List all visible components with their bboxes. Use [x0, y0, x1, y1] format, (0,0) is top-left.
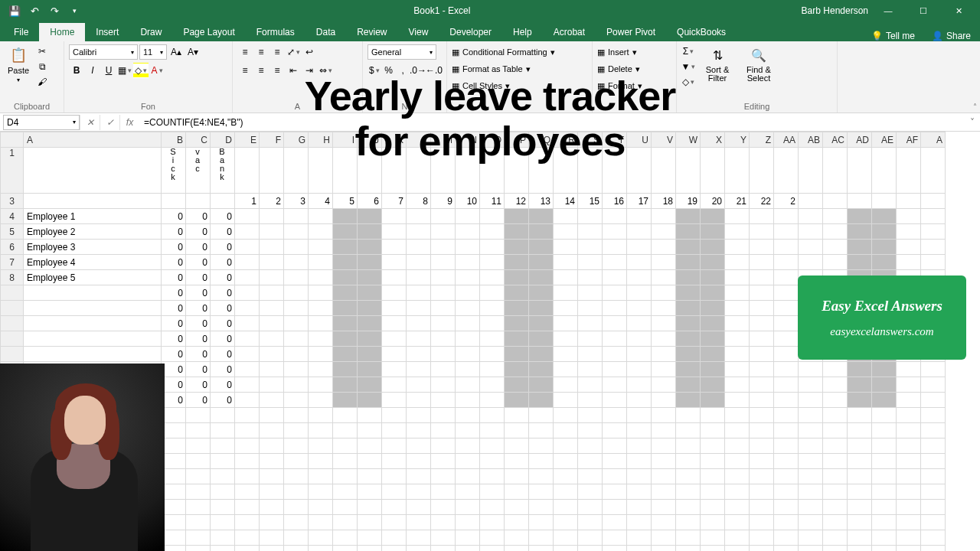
comma-format-icon[interactable]: , [396, 63, 410, 78]
copy-icon[interactable]: ⧉ [35, 60, 49, 73]
tab-developer[interactable]: Developer [439, 23, 502, 41]
format-painter-icon[interactable]: 🖌 [35, 75, 49, 89]
col-header[interactable]: AF [897, 132, 921, 148]
col-header[interactable]: T [603, 132, 627, 148]
font-color-button[interactable]: A [149, 63, 165, 78]
sort-filter-button[interactable]: ⇅ Sort & Filter [698, 44, 737, 84]
name-box[interactable]: D4▾ [3, 115, 80, 130]
delete-cells-button[interactable]: ▦Delete ▾ [597, 61, 671, 77]
row-header[interactable]: 7 [1, 255, 24, 270]
bold-button[interactable]: B [69, 63, 84, 78]
col-header[interactable]: G [284, 132, 309, 148]
col-header[interactable]: AC [823, 132, 848, 148]
increase-font-icon[interactable]: A▴ [168, 44, 184, 60]
find-select-button[interactable]: 🔍 Find & Select [740, 44, 778, 84]
col-header[interactable]: D [211, 132, 235, 148]
row-header[interactable]: 4 [1, 209, 24, 224]
col-header[interactable]: J [358, 132, 382, 148]
col-header[interactable]: N [456, 132, 480, 148]
tab-file[interactable]: File [3, 23, 39, 41]
align-right-icon[interactable]: ≡ [270, 63, 285, 78]
align-top-icon[interactable]: ≡ [237, 44, 253, 60]
undo-icon[interactable]: ↶ [26, 2, 43, 19]
align-middle-icon[interactable]: ≡ [253, 44, 269, 60]
formula-input[interactable] [139, 115, 965, 130]
fill-color-button[interactable]: ◇ [133, 63, 149, 78]
fx-icon[interactable]: fx [119, 115, 139, 130]
share-button[interactable]: 👤Share [923, 31, 980, 41]
col-header[interactable]: E [235, 132, 260, 148]
tab-help[interactable]: Help [502, 23, 543, 41]
italic-button[interactable]: I [85, 63, 100, 78]
tab-home[interactable]: Home [39, 23, 85, 41]
increase-decimal-icon[interactable]: .0→ [410, 63, 426, 78]
col-header[interactable]: A [24, 132, 162, 148]
cancel-formula-icon[interactable]: ✕ [80, 115, 100, 130]
row-header[interactable] [1, 301, 24, 316]
format-cells-button[interactable]: ▦Format ▾ [597, 78, 671, 93]
enter-formula-icon[interactable]: ✓ [100, 115, 119, 130]
save-icon[interactable]: 💾 [6, 2, 23, 19]
decrease-indent-icon[interactable]: ⇤ [286, 63, 301, 78]
collapse-ribbon-icon[interactable]: ˄ [973, 103, 977, 111]
col-header[interactable]: U [627, 132, 652, 148]
col-header[interactable]: Z [750, 132, 774, 148]
row-header[interactable] [1, 347, 24, 362]
col-header[interactable]: H [309, 132, 333, 148]
col-header[interactable]: Y [725, 132, 750, 148]
row-header[interactable] [1, 285, 24, 301]
col-header[interactable]: AD [848, 132, 872, 148]
col-header[interactable]: V [652, 132, 676, 148]
tell-me[interactable]: 💡Tell me [864, 31, 923, 41]
employee-name[interactable]: Employee 5 [24, 270, 162, 285]
row-header[interactable]: 5 [1, 224, 24, 240]
tab-quickbooks[interactable]: QuickBooks [666, 23, 737, 41]
tab-review[interactable]: Review [346, 23, 397, 41]
col-header[interactable]: R [554, 132, 578, 148]
accounting-format-icon[interactable]: $ [368, 63, 381, 78]
expand-formula-bar-icon[interactable]: ˅ [965, 117, 980, 128]
employee-name[interactable]: Employee 3 [24, 240, 162, 255]
align-center-icon[interactable]: ≡ [253, 63, 269, 78]
font-size-select[interactable]: 11▾ [139, 44, 167, 60]
format-as-table-button[interactable]: ▦Format as Table ▾ [452, 61, 587, 77]
increase-indent-icon[interactable]: ⇥ [302, 63, 317, 78]
col-header[interactable]: P [505, 132, 529, 148]
cut-icon[interactable]: ✂ [35, 44, 49, 58]
tab-view[interactable]: View [398, 23, 439, 41]
col-header[interactable]: B [162, 132, 186, 148]
font-name-select[interactable]: Calibri▾ [69, 44, 138, 60]
col-header[interactable]: AA [774, 132, 799, 148]
border-button[interactable]: ▦ [117, 63, 132, 78]
decrease-font-icon[interactable]: A▾ [185, 44, 201, 60]
col-header[interactable]: X [701, 132, 725, 148]
align-bottom-icon[interactable]: ≡ [270, 44, 285, 60]
conditional-formatting-button[interactable]: ▦Conditional Formatting ▾ [452, 44, 587, 60]
number-format-select[interactable]: General▾ [368, 44, 436, 60]
col-header[interactable]: Q [529, 132, 554, 148]
employee-name[interactable]: Employee 1 [24, 209, 162, 224]
col-header[interactable]: M [431, 132, 456, 148]
tab-acrobat[interactable]: Acrobat [543, 23, 596, 41]
close-button[interactable]: ✕ [943, 0, 974, 21]
row-header[interactable] [1, 316, 24, 331]
percent-format-icon[interactable]: % [382, 63, 396, 78]
minimize-button[interactable]: — [873, 0, 903, 21]
tab-formulas[interactable]: Formulas [246, 23, 305, 41]
col-header[interactable]: A [921, 132, 946, 148]
employee-name[interactable]: Employee 2 [24, 224, 162, 240]
clear-icon[interactable]: ◇ [681, 75, 695, 89]
tab-insert[interactable]: Insert [85, 23, 129, 41]
tab-power-pivot[interactable]: Power Pivot [596, 23, 666, 41]
col-header[interactable]: S [578, 132, 603, 148]
row-header[interactable]: 3 [1, 194, 24, 209]
paste-button[interactable]: 📋 Paste ▾ [5, 44, 32, 85]
row-header[interactable]: 8 [1, 270, 24, 285]
merge-center-icon[interactable]: ⇔ [318, 63, 333, 78]
tab-data[interactable]: Data [305, 23, 346, 41]
insert-cells-button[interactable]: ▦Insert ▾ [597, 44, 671, 60]
col-header[interactable]: F [260, 132, 284, 148]
col-header[interactable]: AE [872, 132, 897, 148]
row-header[interactable]: 6 [1, 240, 24, 255]
wrap-text-icon[interactable]: ↩ [302, 44, 317, 60]
